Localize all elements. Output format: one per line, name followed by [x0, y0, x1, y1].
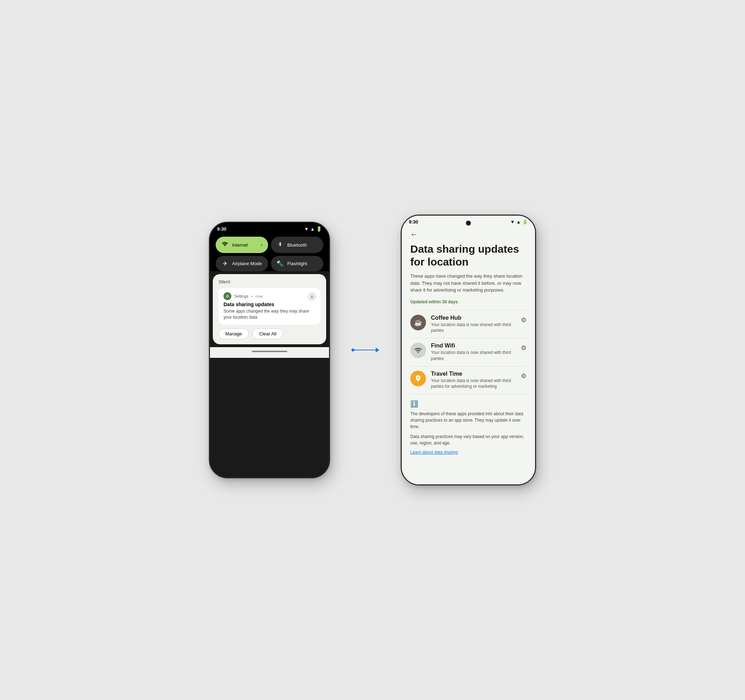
home-bar-container [210, 347, 329, 358]
notif-title: Data sharing updates [223, 302, 316, 307]
notif-expand-button[interactable]: ∧ [308, 292, 316, 301]
find-wifi-icon [410, 343, 426, 358]
silent-label: Silent [218, 279, 320, 284]
left-time: 9:30 [217, 226, 226, 232]
app-item-findwifi: Find Wifi Your location data is now shar… [410, 338, 527, 366]
internet-label: Internet [232, 242, 248, 248]
wifi-status-icon: ▼ [304, 226, 309, 232]
app-item-travel: Travel Time Your location data is now sh… [410, 366, 527, 394]
info-text-2: Data sharing practices may vary based on… [410, 434, 527, 446]
notification-panel: Silent ⚙ Settings • now Data sharing upd… [213, 274, 326, 344]
find-wifi-name: Find Wifi [431, 343, 516, 349]
travel-time-info: Travel Time Your location data is now sh… [431, 371, 516, 390]
manage-button[interactable]: Manage [218, 328, 249, 339]
home-bar [252, 351, 287, 352]
notif-time: now [256, 294, 263, 298]
back-button[interactable]: ← [410, 226, 527, 243]
right-screen: 9:30 ▼ ▲ 🔋 ← Data sharing updates for lo… [402, 215, 535, 485]
notif-dot: • [251, 294, 253, 298]
info-section: ℹ️ The developers of these apps provided… [410, 394, 527, 461]
internet-icon [221, 241, 229, 249]
left-status-icons: ▼ ▲ 🔋 [304, 226, 322, 232]
battery-icon: 🔋 [316, 226, 322, 232]
notif-app-name: Settings [234, 294, 248, 298]
coffee-hub-name: Coffee Hub [431, 315, 516, 321]
page-subtitle: These apps have changed the way they sha… [410, 273, 527, 294]
flashlight-icon: 🔦 [277, 260, 284, 267]
coffee-hub-info: Coffee Hub Your location data is now sha… [431, 315, 516, 334]
right-status-icons: ▼ ▲ 🔋 [510, 219, 528, 224]
travel-time-settings-icon[interactable]: ⚙ [521, 371, 527, 380]
airplane-icon: ✈ [221, 260, 229, 267]
flashlight-label: Flashlight [287, 261, 307, 266]
airplane-label: Airplane Mode [232, 261, 262, 266]
app-item-coffee: ☕ Coffee Hub Your location data is now s… [410, 310, 527, 338]
left-status-bar: 9:30 ▼ ▲ 🔋 [210, 223, 329, 234]
settings-app-icon: ⚙ [223, 292, 231, 300]
camera [466, 221, 471, 226]
updated-label: Updated within 30 days [410, 299, 527, 304]
signal-icon: ▲ [310, 226, 315, 232]
learn-link[interactable]: Learn about data sharing [410, 450, 527, 455]
coffee-hub-icon: ☕ [410, 315, 426, 331]
bluetooth-icon [277, 241, 284, 249]
transition-arrow [352, 347, 379, 353]
notif-header: ⚙ Settings • now [223, 292, 316, 300]
bluetooth-label: Bluetooth [287, 242, 307, 248]
travel-time-name: Travel Time [431, 371, 516, 377]
travel-time-icon [410, 371, 426, 386]
travel-time-desc: Your location data is now shared with th… [431, 378, 516, 390]
right-phone: 9:30 ▼ ▲ 🔋 ← Data sharing updates for lo… [401, 215, 536, 485]
qs-tile-bluetooth[interactable]: Bluetooth [271, 237, 323, 253]
arrow-dot [352, 349, 354, 351]
internet-chevron: › [261, 242, 262, 247]
right-time: 9:30 [409, 219, 418, 224]
coffee-hub-desc: Your location data is now shared with th… [431, 322, 516, 334]
left-phone: 9:30 ▼ ▲ 🔋 Internet › [209, 222, 330, 478]
qs-tile-airplane[interactable]: ✈ Airplane Mode [215, 256, 268, 271]
right-wifi-icon: ▼ [510, 219, 515, 224]
right-battery-icon: 🔋 [522, 219, 528, 224]
notif-body: Some apps changed the way they may share… [223, 308, 316, 320]
screen-content: ← Data sharing updates for location Thes… [402, 226, 535, 485]
find-wifi-desc: Your location data is now shared with th… [431, 350, 516, 362]
quick-settings: Internet › Bluetooth ✈ Airplane Mode [210, 234, 329, 271]
find-wifi-info: Find Wifi Your location data is now shar… [431, 343, 516, 362]
coffee-hub-settings-icon[interactable]: ⚙ [521, 315, 527, 324]
clear-all-button[interactable]: Clear All [252, 328, 283, 339]
qs-grid: Internet › Bluetooth ✈ Airplane Mode [215, 237, 323, 271]
page-title: Data sharing updates for location [410, 243, 527, 268]
arrow-line [354, 350, 376, 350]
notification-card[interactable]: ⚙ Settings • now Data sharing updates So… [218, 288, 320, 325]
info-text-1: The developers of these apps provided in… [410, 411, 527, 430]
qs-tile-flashlight[interactable]: 🔦 Flashlight [271, 256, 323, 271]
info-icon: ℹ️ [410, 400, 527, 408]
right-signal-icon: ▲ [516, 219, 521, 224]
scene: 9:30 ▼ ▲ 🔋 Internet › [209, 215, 536, 485]
arrow-head [376, 347, 379, 353]
find-wifi-settings-icon[interactable]: ⚙ [521, 343, 527, 352]
notif-actions: Manage Clear All [218, 328, 320, 339]
qs-tile-internet[interactable]: Internet › [215, 237, 268, 253]
